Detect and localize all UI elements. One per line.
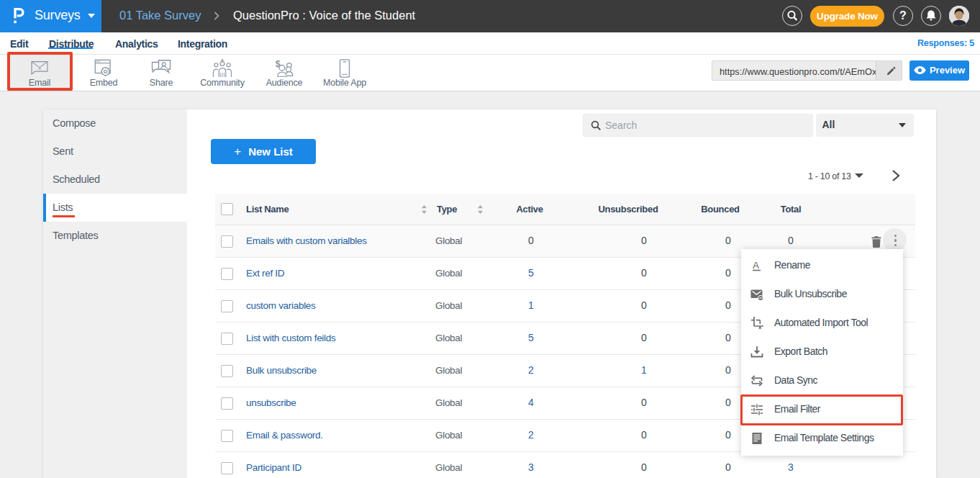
svg-text:A: A (753, 260, 759, 271)
